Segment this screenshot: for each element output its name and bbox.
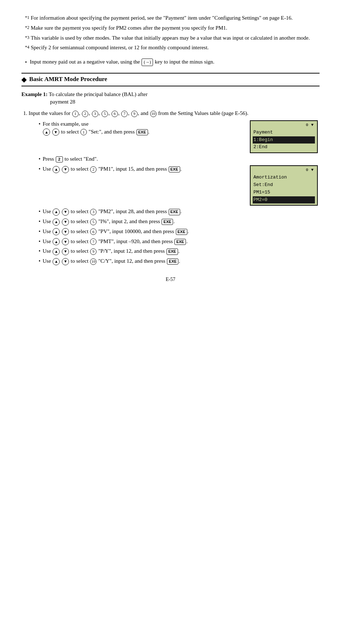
lcd-row-2-3: PM1=15 [253,189,315,196]
example-1-block: Example 1: To calculate the principal ba… [21,91,320,106]
sub-bullet-6: • Use ▲ ▼ to select 6 "PV", input 100000… [39,228,320,236]
sub-bullet-dot-4: • [39,208,40,216]
sub-bullet-2-content: Press 2 to select "End". [43,155,320,163]
footnote-text-3: This variable is used by other modes. Th… [31,34,320,42]
lcd-screen-1: 0 ▼ Payment 1:Begin 2:End [250,120,320,153]
circled-5: 5 [102,111,108,117]
lcd-display-1: 0 ▼ Payment 1:Begin 2:End [250,120,318,153]
circled-10b: 10 [90,258,97,265]
sub-bullet-6-content: Use ▲ ▼ to select 6 "PV", input 100000, … [43,228,320,236]
exe-key-4: EXE [169,209,180,215]
sub-bullet-3-text: Use ▲ ▼ to select 2 "PM1", input 15, and… [43,165,246,173]
down-arrow-icon-1: ▼ [52,129,59,136]
footnote-sup-3: *3 [21,34,29,41]
lcd-topbar-2: 0 ▼ [253,167,315,173]
footnote-1: *1 For information about specifying the … [21,14,320,22]
down-arrow-9: ▼ [62,258,69,265]
circled-2: 2 [82,111,88,117]
exe-key-6: EXE [176,229,187,235]
circled-1b: 1 [80,129,87,135]
footnote-2: *2 Make sure the payment you specify for… [21,24,320,32]
exe-key-9: EXE [167,258,178,265]
main-steps-list: Input the values for 1, 2, 3, 5, 6, 7, 9… [21,110,320,265]
sub-bullet-dot-1: • [39,120,40,128]
circled-9: 9 [131,111,138,117]
circled-6: 6 [112,111,118,117]
sub-bullet-7-content: Use ▲ ▼ to select 7 "PMT", input –920, a… [43,238,320,246]
sub-bullet-4-content: Use ▲ ▼ to select 3 "PM2", input 28, and… [43,208,320,216]
section-title: Basic AMRT Mode Procedure [29,75,107,84]
down-arrow-icon-3: ▼ [62,166,69,173]
up-arrow-4: ▲ [53,208,60,216]
up-arrow-7: ▲ [53,238,60,245]
sub-bullet-1: • For this example, use ▲ ▼ to select 1 … [39,120,320,153]
lcd-row-1-2: 1:Begin [253,136,315,144]
exe-key-1: EXE [137,129,148,135]
lcd-row-1-1: Payment [253,129,315,136]
lcd-topbar-arrow: ▼ [311,122,313,128]
lcd-screen-2: 0 ▼ Amortization Set:End PM1=15 PM2=0 [250,165,320,206]
sub-bullet-2: • Press 2 to select "End". [39,155,320,163]
bullet-dot: • [25,58,27,66]
footnote-sup-1: *1 [21,14,29,21]
circled-1: 1 [72,111,79,117]
sub-bullet-3: • Use ▲ ▼ to select 2 "PM1", input 15, a… [39,165,320,206]
example-1-title-row: Example 1: To calculate the principal ba… [21,91,320,99]
down-arrow-4: ▼ [62,208,69,216]
down-arrow-6: ▼ [62,228,69,235]
up-arrow-9: ▲ [53,258,60,265]
lcd-display-2: 0 ▼ Amortization Set:End PM1=15 PM2=0 [250,165,318,206]
footnote-text-1: For information about specifying the pay… [31,14,320,22]
sub-bullet-dot-2: • [39,155,40,163]
step-1: Input the values for 1, 2, 3, 5, 6, 7, 9… [29,110,320,265]
exe-key-3: EXE [169,166,180,172]
lcd-row-2-1: Amortization [253,174,315,181]
input-bullet-section: • Input money paid out as a negative val… [21,58,320,66]
lcd-topbar-arrowb: ▼ [311,167,313,173]
footnotes-section: *1 For information about specifying the … [21,14,320,52]
sub-bullet-1-content: For this example, use ▲ ▼ to select 1 "S… [43,120,320,153]
sub-bullet-9: • Use ▲ ▼ to select 10 "C/Y", input 12, … [39,257,320,265]
example-1-desc: To calculate the principal balance (BAL)… [49,91,147,97]
sub-bullet-3-layout: Use ▲ ▼ to select 2 "PM1", input 15, and… [43,165,320,206]
exe-key-8: EXE [167,248,178,255]
lcd-topbar-1: 0 ▼ [253,122,315,128]
exe-key-7: EXE [174,239,186,245]
sub-bullet-dot-3: • [39,165,40,173]
circled-2b: 2 [90,166,97,173]
circled-5b: 5 [90,219,97,225]
footnote-3: *3 This variable is used by other modes.… [21,34,320,42]
lcd-row-1-3: 2:End [253,144,315,151]
up-arrow-8: ▲ [53,248,60,255]
circled-6b: 6 [90,228,97,235]
sub-bullet-5-content: Use ▲ ▼ to select 5 "I%", input 2, and t… [43,218,320,226]
page-number: E-57 [21,276,320,283]
page-content: *1 For information about specifying the … [21,14,320,265]
lcd-row-2-2: Set:End [253,181,315,189]
circled-7: 7 [121,111,128,117]
sub-bullet-7: • Use ▲ ▼ to select 7 "PMT", input –920,… [39,238,320,246]
sub-bullets: • For this example, use ▲ ▼ to select 1 … [37,120,320,265]
sub-bullet-8-content: Use ▲ ▼ to select 9 "P/Y", input 12, and… [43,247,320,255]
negative-key-icon: (→) [142,59,153,66]
section-header: ◆ Basic AMRT Mode Procedure [21,73,320,86]
up-arrow-icon: ▲ [43,129,50,136]
sub-bullet-5: • Use ▲ ▼ to select 5 "I%", input 2, and… [39,218,320,226]
up-arrow-5: ▲ [53,218,60,226]
sub-bullet-dot-7: • [39,238,40,246]
circled-7b: 7 [90,238,97,245]
example-1-subdesc: payment 28 [50,98,320,106]
input-bullet-text: Input money paid out as a negative value… [30,58,214,66]
sub-bullet-4: • Use ▲ ▼ to select 3 "PM2", input 28, a… [39,208,320,216]
exe-key-5: EXE [162,219,173,225]
sub-bullet-9-content: Use ▲ ▼ to select 10 "C/Y", input 12, an… [43,257,320,265]
sub-bullet-dot-5: • [39,218,40,226]
footnote-sup-4: *4 [21,44,29,51]
lcd-topbar-0b: 0 [306,167,308,173]
sub-bullet-dot-9: • [39,257,40,265]
sub-bullet-dot-8: • [39,247,40,255]
sub-bullet-8: • Use ▲ ▼ to select 9 "P/Y", input 12, a… [39,247,320,255]
down-arrow-8: ▼ [62,248,69,255]
circled-9b: 9 [90,248,97,255]
down-arrow-7: ▼ [62,238,69,245]
